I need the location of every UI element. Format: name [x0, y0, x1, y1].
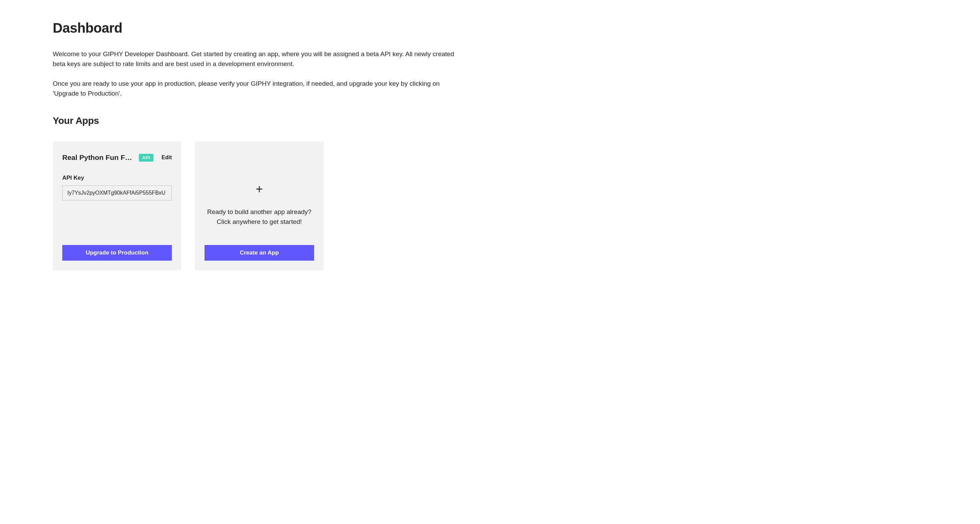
api-key-label: API Key: [62, 175, 172, 182]
intro-paragraph-1: Welcome to your GIPHY Developer Dashboar…: [53, 49, 461, 69]
plus-icon: +: [256, 183, 263, 195]
page-title: Dashboard: [53, 21, 927, 36]
api-key-input[interactable]: [62, 185, 172, 201]
create-text-line-2: Click anywhere to get started!: [207, 217, 311, 227]
app-card-header: Real Python Fun Fun F… API Edit: [62, 153, 172, 162]
api-badge: API: [139, 154, 153, 162]
create-text-line-1: Ready to build another app already?: [207, 207, 311, 217]
app-card: Real Python Fun Fun F… API Edit API Key …: [53, 142, 181, 270]
create-card-text: Ready to build another app already? Clic…: [207, 207, 311, 227]
apps-grid: Real Python Fun Fun F… API Edit API Key …: [53, 142, 927, 270]
create-an-app-button[interactable]: Create an App: [205, 245, 314, 261]
intro-paragraph-2: Once you are ready to use your app in pr…: [53, 79, 461, 98]
edit-link[interactable]: Edit: [162, 154, 172, 161]
upgrade-to-production-button[interactable]: Upgrade to Production: [62, 245, 172, 261]
create-card-content: + Ready to build another app already? Cl…: [207, 151, 311, 245]
your-apps-heading: Your Apps: [53, 115, 927, 126]
app-name: Real Python Fun Fun F…: [62, 153, 135, 162]
create-app-card[interactable]: + Ready to build another app already? Cl…: [195, 142, 324, 270]
